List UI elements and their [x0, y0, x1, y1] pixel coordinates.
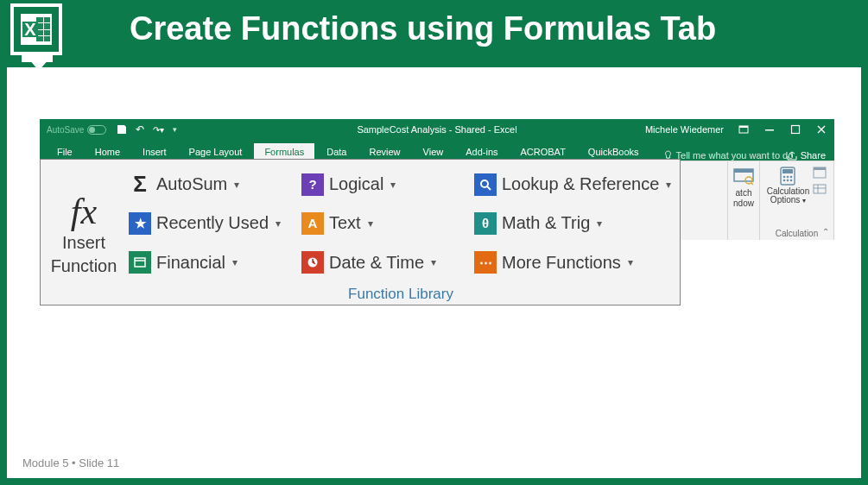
svg-point-11	[790, 176, 793, 179]
tab-data[interactable]: Data	[316, 143, 357, 161]
insert-function-label-1: Insert	[62, 233, 105, 253]
chevron-down-icon: ▾	[232, 256, 238, 268]
tell-me-search[interactable]: Tell me what you want to do	[663, 150, 794, 161]
calculate-sheet-icon[interactable]	[813, 182, 827, 194]
slide-title: Create Functions using Formulas Tab	[130, 10, 851, 47]
svg-point-10	[787, 176, 789, 179]
user-name[interactable]: Michele Wiedemer	[645, 124, 724, 135]
watch-window-button[interactable]: atch ndow	[728, 161, 760, 240]
autosave-toggle[interactable]: AutoSave	[47, 125, 106, 135]
title-bar: AutoSave ↶ ↷▾ ▾ SampleCost Analysis - Sh…	[40, 119, 834, 140]
toggle-icon	[87, 125, 106, 135]
chevron-down-icon: ▾	[390, 179, 396, 191]
svg-rect-2	[765, 129, 774, 131]
save-icon[interactable]	[117, 124, 127, 135]
tab-formulas[interactable]: Formulas	[254, 143, 314, 161]
financial-button[interactable]: Financial ▾	[129, 249, 301, 275]
tab-view[interactable]: View	[413, 143, 454, 161]
chevron-down-icon: ▾	[368, 217, 373, 230]
tab-page-layout[interactable]: Page Layout	[179, 143, 253, 161]
minimize-icon[interactable]	[763, 123, 776, 135]
redo-icon[interactable]: ↷▾	[153, 125, 164, 135]
slide-footer: Module 5 • Slide 11	[22, 457, 119, 469]
tab-quickbooks[interactable]: QuickBooks	[578, 143, 649, 161]
tell-me-label: Tell me what you want to do	[676, 150, 794, 161]
quick-access-toolbar: ↶ ↷▾ ▾	[117, 123, 177, 135]
recently-used-button[interactable]: ★ Recently Used ▾	[129, 211, 301, 236]
ribbon-display-icon[interactable]	[738, 123, 750, 135]
tab-home[interactable]: Home	[85, 143, 130, 161]
function-library-label: Function Library	[129, 286, 673, 305]
sigma-icon: Σ	[129, 173, 151, 196]
calculate-now-icon[interactable]	[813, 167, 827, 179]
svg-rect-5	[734, 169, 753, 173]
svg-point-6	[745, 177, 752, 184]
share-label: Share	[801, 150, 826, 161]
slide-header: X Create Functions using Formulas Tab	[0, 0, 868, 67]
svg-rect-3	[792, 126, 800, 134]
clock-icon	[301, 251, 324, 274]
qat-customize-icon[interactable]: ▾	[173, 125, 177, 134]
svg-point-14	[790, 180, 793, 182]
watch-window-icon	[732, 165, 756, 187]
tab-file[interactable]: File	[47, 143, 83, 161]
svg-rect-1	[739, 126, 748, 128]
share-button[interactable]: Share	[787, 150, 826, 161]
date-time-button[interactable]: Date & Time ▾	[301, 249, 474, 275]
calculator-icon	[776, 165, 800, 187]
slide-body: AutoSave ↶ ↷▾ ▾ SampleCost Analysis - Sh…	[7, 67, 861, 478]
fx-icon: fx	[71, 193, 97, 230]
logical-icon: ?	[301, 173, 324, 196]
share-icon	[787, 151, 797, 161]
tab-acrobat[interactable]: ACROBAT	[510, 143, 576, 161]
lookup-icon	[474, 173, 497, 196]
financial-icon	[129, 251, 151, 274]
recently-used-icon: ★	[129, 212, 151, 235]
chevron-down-icon: ▾	[666, 179, 671, 191]
autosum-button[interactable]: Σ AutoSum ▾	[129, 172, 301, 198]
excel-logo-icon: X	[10, 3, 62, 55]
logical-button[interactable]: ? Logical ▾	[301, 172, 474, 198]
more-functions-button[interactable]: ⋯ More Functions ▾	[474, 249, 673, 275]
lookup-reference-button[interactable]: Lookup & Reference ▾	[474, 172, 673, 198]
tab-review[interactable]: Review	[358, 143, 410, 161]
ribbon-tabs: File Home Insert Page Layout Formulas Da…	[40, 140, 834, 161]
pointer-icon	[29, 59, 49, 71]
chevron-down-icon: ▾	[234, 179, 239, 191]
svg-point-12	[783, 180, 786, 182]
calculation-options-button[interactable]: Calculation Options ▾	[767, 165, 809, 205]
tab-insert[interactable]: Insert	[132, 143, 177, 161]
insert-function-button[interactable]: fx Insert Function	[41, 160, 127, 305]
maximize-icon[interactable]	[789, 123, 801, 135]
svg-rect-17	[814, 185, 826, 193]
undo-icon[interactable]: ↶	[136, 123, 144, 135]
text-button[interactable]: A Text ▾	[301, 211, 474, 236]
tab-addins[interactable]: Add-ins	[455, 143, 508, 161]
text-icon: A	[301, 212, 324, 235]
math-trig-button[interactable]: θ Math & Trig ▾	[474, 211, 673, 236]
more-functions-icon: ⋯	[474, 251, 497, 274]
autosave-label: AutoSave	[47, 125, 84, 135]
function-library-group: fx Insert Function Σ AutoSum ▾ ? Logical…	[40, 159, 681, 305]
svg-point-9	[783, 176, 786, 179]
chevron-down-icon: ▾	[431, 256, 436, 268]
svg-rect-16	[814, 167, 826, 170]
math-trig-icon: θ	[474, 212, 497, 235]
chevron-down-icon: ▾	[276, 217, 281, 230]
chevron-down-icon: ▾	[628, 256, 633, 268]
svg-rect-19	[135, 258, 145, 267]
svg-rect-8	[782, 169, 793, 173]
collapse-ribbon-icon[interactable]: ⌃	[822, 227, 829, 236]
close-icon[interactable]	[815, 123, 827, 135]
svg-point-18	[481, 180, 488, 187]
chevron-down-icon: ▾	[597, 217, 602, 230]
insert-function-label-2: Function	[51, 256, 117, 276]
svg-point-13	[787, 180, 789, 182]
